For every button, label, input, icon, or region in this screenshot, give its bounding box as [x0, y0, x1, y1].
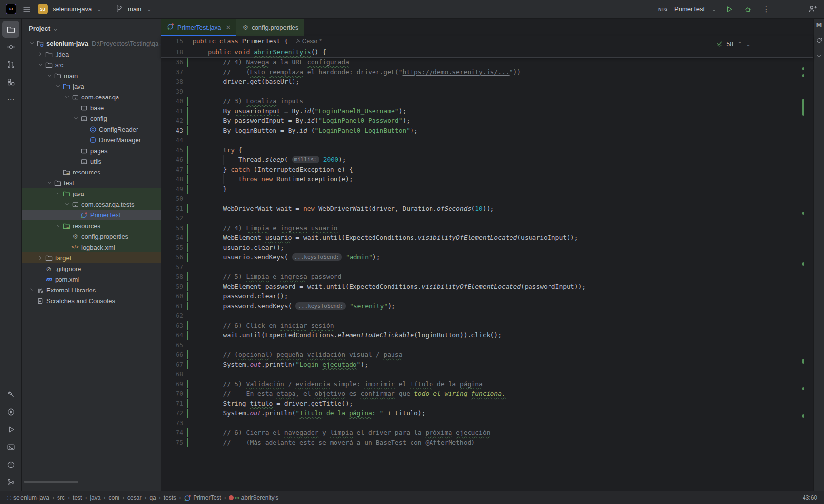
- prev-problem-icon[interactable]: ⌃: [737, 41, 742, 48]
- tree-item-external-libraries[interactable]: External Libraries: [22, 285, 161, 295]
- code-line-74[interactable]: 74 // 6) Cierra el navegador y limpia el…: [161, 428, 813, 438]
- code-line-50[interactable]: 50: [161, 194, 813, 204]
- project-tool-icon[interactable]: [2, 21, 19, 38]
- breadcrumb-qa[interactable]: qa: [149, 494, 156, 501]
- code-line-55[interactable]: 55 usuario.clear();: [161, 243, 813, 252]
- tree-item-utils[interactable]: utils: [22, 156, 161, 167]
- tree-item-primertest[interactable]: PrimerTest: [22, 210, 161, 220]
- tree-item-pom-xml[interactable]: mpom.xml: [22, 274, 161, 285]
- code-line-41[interactable]: 41 By usuarioInput = By.id("LoginPanel0_…: [161, 106, 813, 116]
- code-line-43[interactable]: 43 By loginButton = By.id ("LoginPanel0_…: [161, 126, 813, 136]
- version-control-tool-icon[interactable]: [2, 474, 19, 490]
- code-line-69[interactable]: 69 // 5) Validación / evidencia simple: …: [161, 379, 813, 389]
- change-mark[interactable]: [802, 74, 804, 77]
- tree-item-drivermanager[interactable]: CDriverManager: [22, 135, 161, 145]
- breadcrumb-test[interactable]: test: [73, 494, 82, 501]
- chevron-right-icon[interactable]: [28, 287, 36, 293]
- tree-item-com-cesar-qa-tests[interactable]: com.cesar.qa.tests: [22, 199, 161, 210]
- breadcrumb-selenium-java[interactable]: selenium-java: [7, 494, 49, 501]
- next-problem-icon[interactable]: ⌄: [746, 41, 751, 48]
- tab-primertest-java[interactable]: PrimerTest.java✕: [161, 19, 236, 36]
- pull-request-tool-icon[interactable]: [2, 56, 19, 73]
- code-line-46[interactable]: 46 Thread.sleep( millis: 2000);: [161, 155, 813, 165]
- tree-item-target[interactable]: target: [22, 252, 161, 263]
- chevron-down-icon[interactable]: [45, 180, 53, 186]
- code-line-40[interactable]: 40 // 3) Localiza inputs: [161, 97, 813, 106]
- chevron-right-icon[interactable]: [37, 51, 44, 57]
- code-line-73[interactable]: 73: [161, 418, 813, 428]
- code-line-39[interactable]: 39: [161, 87, 813, 97]
- code-line-63[interactable]: 63 // 6) Click en iniciar sesión: [161, 321, 813, 330]
- chevron-down-icon[interactable]: [54, 83, 62, 89]
- change-mark[interactable]: [802, 414, 804, 418]
- tab-config-properties[interactable]: ⚙config.properties: [236, 19, 304, 36]
- reload-tool-icon[interactable]: [816, 37, 823, 44]
- horizontal-scrollbar[interactable]: [24, 481, 78, 483]
- project-panel-header[interactable]: Project ⌄: [22, 19, 161, 38]
- code-line-71[interactable]: 71 String titulo = driver.getTitle();: [161, 399, 813, 408]
- code-line-65[interactable]: 65: [161, 340, 813, 350]
- code-line-36[interactable]: 36 // 4) Navega a la URL configurada: [161, 58, 813, 67]
- tree-item--idea[interactable]: .idea: [22, 49, 161, 59]
- run-button[interactable]: [724, 3, 735, 15]
- code-line-60[interactable]: 60 password.clear();: [161, 291, 813, 301]
- tree-item-selenium-java[interactable]: selenium-javaD:\Proyectos\Testing\qa-au: [22, 38, 161, 49]
- breadcrumb-abrirserenityis[interactable]: mabrirSerenityis: [229, 494, 278, 501]
- code-line-51[interactable]: 51 WebDriverWait wait = new WebDriverWai…: [161, 204, 813, 213]
- chevron-down-icon[interactable]: [72, 116, 79, 121]
- build-tool-icon[interactable]: [2, 386, 19, 403]
- change-mark[interactable]: [802, 212, 804, 215]
- chevron-down-icon[interactable]: [54, 223, 62, 229]
- code-line-44[interactable]: 44: [161, 136, 813, 145]
- breadcrumb-cesar[interactable]: cesar: [127, 494, 141, 501]
- code-line-72[interactable]: 72 System.out.println("Título de la pági…: [161, 408, 813, 418]
- tree-item-main[interactable]: main: [22, 70, 161, 81]
- tree-item--gitignore[interactable]: ⊘.gitignore: [22, 263, 161, 274]
- code-line-68[interactable]: 68: [161, 369, 813, 379]
- code-line-67[interactable]: 67 System.out.println("Login ejecutado")…: [161, 360, 813, 369]
- breadcrumb-primertest[interactable]: PrimerTest: [184, 494, 221, 502]
- code-line-38[interactable]: 38 driver.get(baseUrl);: [161, 77, 813, 87]
- maven-tool-icon[interactable]: M: [816, 22, 822, 28]
- commit-tool-icon[interactable]: [2, 39, 19, 55]
- breadcrumb-java[interactable]: java: [90, 494, 100, 501]
- chevron-down-icon[interactable]: [63, 94, 71, 100]
- inspections-widget[interactable]: 58 ⌃ ⌄: [716, 40, 751, 49]
- code-line-58[interactable]: 58 // 5) Limpia e ingresa password: [161, 272, 813, 282]
- breadcrumb-tests[interactable]: tests: [164, 494, 176, 501]
- tree-item-scratches-and-consoles[interactable]: Scratches and Consoles: [22, 295, 161, 306]
- tree-item-configreader[interactable]: CConfigReader: [22, 124, 161, 135]
- tree-item-resources[interactable]: resources: [22, 167, 161, 177]
- project-avatar[interactable]: SJ: [38, 4, 48, 14]
- more-tool-icon[interactable]: ⋯: [2, 91, 19, 108]
- tree-item-src[interactable]: src: [22, 59, 161, 70]
- code-line-66[interactable]: 66 // (opcional) pequeña validación visu…: [161, 350, 813, 360]
- chevron-down-icon[interactable]: [63, 201, 71, 207]
- code-line-64[interactable]: 64 wait.until(ExpectedConditions.element…: [161, 330, 813, 340]
- code-line-52[interactable]: 52: [161, 213, 813, 223]
- chevron-down-icon[interactable]: [54, 191, 62, 196]
- code-line-47[interactable]: 47 } catch (InterruptedException e) {: [161, 165, 813, 174]
- chevron-down-icon[interactable]: [28, 40, 36, 46]
- change-mark[interactable]: [802, 99, 804, 116]
- structure-tool-icon[interactable]: [2, 74, 19, 90]
- code-line-53[interactable]: 53 // 4) Limpia e ingresa usuario: [161, 223, 813, 233]
- breadcrumb-com[interactable]: com: [108, 494, 119, 501]
- run-tool-icon[interactable]: [2, 421, 19, 438]
- code-line-42[interactable]: 42 By passwordInput = By.id("LoginPanel0…: [161, 116, 813, 126]
- change-mark[interactable]: [802, 67, 804, 70]
- change-mark[interactable]: [802, 387, 804, 390]
- code-line-57[interactable]: 57: [161, 262, 813, 272]
- tree-item-java[interactable]: java: [22, 188, 161, 199]
- caret-position[interactable]: 43:60: [803, 494, 817, 501]
- tree-item-test[interactable]: test: [22, 177, 161, 188]
- tree-item-pages[interactable]: pages: [22, 145, 161, 156]
- tree-item-base[interactable]: base: [22, 102, 161, 113]
- chevron-down-icon[interactable]: [37, 62, 44, 68]
- more-actions-icon[interactable]: ⋮: [761, 3, 772, 15]
- code-line-59[interactable]: 59 WebElement password = wait.until(Expe…: [161, 282, 813, 291]
- branch-switcher[interactable]: main: [128, 5, 141, 13]
- chevron-right-icon[interactable]: [37, 255, 44, 261]
- code-line-45[interactable]: 45 try {: [161, 145, 813, 155]
- debug-button[interactable]: [742, 3, 754, 15]
